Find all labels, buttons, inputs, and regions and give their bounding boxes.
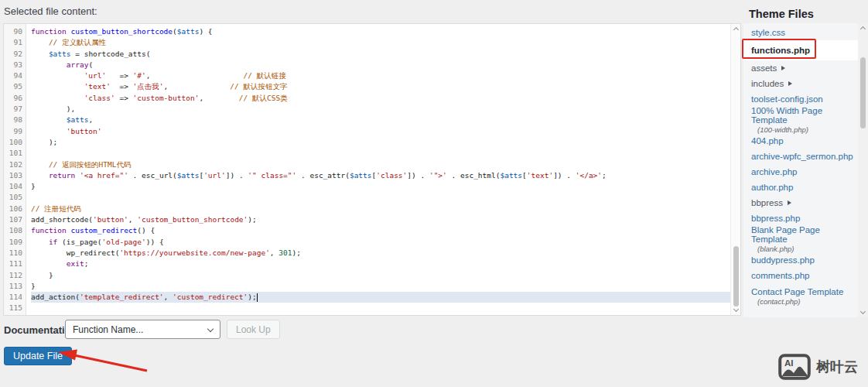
theme-file-label: functions.php [751, 46, 810, 55]
code-line-101[interactable] [31, 148, 730, 159]
theme-file-item-archive-wpfc-sermon-php[interactable]: archive-wpfc_sermon.php [743, 149, 858, 164]
code-line-100[interactable]: ); [31, 137, 730, 148]
code-line-99[interactable]: 'button' [31, 126, 730, 137]
scroll-up-icon[interactable] [733, 27, 739, 33]
scroll-down-icon[interactable] [860, 309, 866, 314]
line-number: 97 [4, 104, 22, 115]
code-line-104[interactable]: } [31, 181, 730, 192]
theme-file-label: 100% Width Page Template [751, 106, 858, 125]
theme-file-sublabel: (100-width.php) [757, 125, 808, 134]
code-line-95[interactable]: 'text' => '点击我', // 默认按钮文字 [31, 81, 730, 92]
scroll-up-icon[interactable] [860, 26, 866, 32]
watermark: AI 树叶云 [778, 354, 858, 380]
theme-file-label: assets [751, 63, 777, 73]
line-number: 112 [4, 270, 22, 281]
editor-scrollbar-thumb[interactable] [733, 246, 739, 307]
chevron-down-icon [207, 326, 214, 332]
line-number: 99 [4, 126, 22, 137]
code-line-107[interactable]: add_shortcode('button', 'custom_button_s… [31, 214, 730, 225]
theme-file-item-includes[interactable]: includes [743, 76, 858, 91]
theme-file-sublabel: (blank.php) [757, 245, 795, 253]
line-number: 104 [4, 181, 22, 192]
theme-file-label: includes [751, 79, 784, 88]
code-line-113[interactable]: } [31, 281, 730, 292]
theme-file-label: archive-wpfc_sermon.php [751, 152, 853, 161]
theme-file-item-assets[interactable]: assets [743, 60, 858, 76]
lookup-button[interactable]: Look Up [227, 320, 280, 339]
line-number: 106 [4, 204, 22, 214]
line-number: 103 [4, 170, 22, 181]
theme-file-item-bbpress[interactable]: bbpress [743, 195, 858, 211]
editor-gutter: 9091929394959697989910010110210310410510… [4, 24, 26, 315]
code-line-111[interactable]: exit; [31, 259, 730, 269]
theme-file-sublabel: (contact.php) [757, 297, 800, 306]
code-line-92[interactable]: $atts = shortcode_atts( [31, 49, 730, 60]
code-line-93[interactable]: array( [31, 60, 730, 70]
theme-file-item-100-width-page-template[interactable]: 100% Width Page Template(100-width.php) [743, 107, 858, 133]
code-line-105[interactable] [31, 192, 730, 203]
theme-file-label: style.css [751, 28, 785, 37]
code-line-102[interactable]: // 返回按钮的HTML代码 [31, 159, 730, 170]
svg-text:AI: AI [784, 358, 794, 368]
line-number: 98 [4, 115, 22, 125]
documentation-select[interactable]: Function Name... [65, 320, 220, 339]
expand-arrow-icon [788, 200, 791, 205]
theme-files-list: style.cssfunctions.phpassetsincludestool… [743, 25, 858, 310]
theme-file-item-archive-php[interactable]: archive.php [743, 164, 858, 180]
code-line-98[interactable]: $atts, [31, 115, 730, 125]
theme-files-panel: style.cssfunctions.phpassetsincludestool… [743, 23, 868, 317]
code-line-110[interactable]: wp_redirect('https://yourwebsite.com/new… [31, 248, 730, 259]
theme-file-label: toolset-config.json [751, 94, 823, 104]
theme-file-label: Blank Page Page Template [751, 225, 858, 244]
theme-file-item-style-css[interactable]: style.css [743, 25, 858, 40]
theme-file-label: buddypress.php [751, 255, 815, 265]
code-line-103[interactable]: return '<a href="' . esc_url($atts['url'… [31, 170, 730, 181]
line-number: 93 [4, 60, 22, 70]
code-line-90[interactable]: function custom_button_shortcode($atts) … [31, 26, 730, 37]
theme-file-item-bbpress-php[interactable]: bbpress.php [743, 211, 858, 226]
theme-file-item-404-php[interactable]: 404.php [743, 133, 858, 149]
code-line-112[interactable]: } [31, 270, 730, 281]
code-line-106[interactable]: // 注册短代码 [31, 204, 730, 214]
line-number: 91 [4, 37, 22, 48]
theme-file-label: 404.php [751, 136, 784, 146]
code-editor[interactable]: 9091929394959697989910010110210310410510… [3, 23, 741, 316]
line-number: 110 [4, 248, 22, 259]
code-line-91[interactable]: // 定义默认属性 [31, 37, 730, 48]
code-line-115[interactable] [31, 303, 730, 313]
theme-file-item-contact-page-template[interactable]: Contact Page Template(contact.php) [743, 283, 858, 310]
line-number: 108 [4, 225, 22, 236]
update-file-button[interactable]: Update File [4, 347, 72, 365]
expand-arrow-icon [788, 81, 792, 86]
theme-file-item-author-php[interactable]: author.php [743, 180, 858, 195]
line-number: 111 [4, 259, 22, 269]
sidebar-scrollbar-thumb[interactable] [860, 57, 866, 128]
text-cursor [257, 293, 258, 302]
code-line-114[interactable]: add_action('template_redirect', 'custom_… [31, 292, 730, 303]
editor-vertical-scrollbar[interactable] [730, 24, 740, 315]
theme-file-item-functions-php[interactable]: functions.php [743, 40, 858, 60]
line-number: 115 [4, 303, 22, 313]
sidebar-vertical-scrollbar[interactable] [858, 23, 868, 317]
line-number: 101 [4, 148, 22, 159]
code-line-96[interactable]: 'class' => 'custom-button', // 默认CSS类 [31, 93, 730, 104]
line-number: 102 [4, 159, 22, 170]
theme-file-item-comments-php[interactable]: comments.php [743, 268, 858, 283]
theme-file-item-buddypress-php[interactable]: buddypress.php [743, 252, 858, 268]
theme-file-item-blank-page-page-template[interactable]: Blank Page Page Template(blank.php) [743, 226, 858, 252]
code-line-94[interactable]: 'url' => '#', // 默认链接 [31, 70, 730, 81]
theme-file-label: bbpress [751, 198, 783, 207]
ai-image-icon: AI [778, 354, 811, 380]
line-number: 100 [4, 137, 22, 148]
scroll-down-icon[interactable] [733, 307, 739, 312]
line-number: 94 [4, 70, 22, 81]
editor-code[interactable]: function custom_button_shortcode($atts) … [26, 24, 730, 315]
code-line-109[interactable]: if (is_page('old-page')) { [31, 237, 730, 248]
expand-arrow-icon [781, 66, 785, 70]
documentation-select-value: Function Name... [73, 324, 143, 335]
code-line-108[interactable]: function custom_redirect() { [31, 225, 730, 236]
code-line-97[interactable]: ), [31, 104, 730, 115]
theme-file-item-toolset-config-json[interactable]: toolset-config.json [743, 91, 858, 107]
theme-file-label: author.php [751, 183, 793, 192]
theme-files-title: Theme Files [749, 8, 814, 20]
